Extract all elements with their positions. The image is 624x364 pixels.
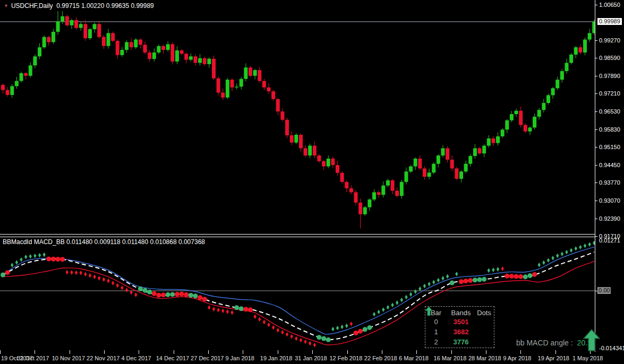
date-tick <box>312 352 313 354</box>
date-axis-label: 27 Dec 2017 <box>191 355 224 361</box>
date-axis-label: 9 Apr 2018 <box>503 355 531 361</box>
candle <box>97 21 101 39</box>
candle <box>125 40 129 53</box>
up-diamond-icon <box>405 295 407 300</box>
candle <box>391 179 395 194</box>
date-axis-label: 1 May 2018 <box>572 355 603 361</box>
candle <box>473 144 477 159</box>
red-signal-dot <box>248 307 253 312</box>
candle <box>574 46 578 58</box>
symbol-dropdown-icon[interactable]: ▼ <box>4 3 8 8</box>
down-diamond-icon <box>221 308 224 313</box>
red-signal-dot <box>464 279 468 283</box>
candle <box>258 67 261 83</box>
green-signal-dot <box>473 278 477 282</box>
date-tick <box>486 352 486 354</box>
panel-row: 13682 <box>425 327 494 337</box>
axis-tick <box>595 111 597 112</box>
up-diamond-icon <box>497 267 499 272</box>
down-diamond-icon <box>80 271 82 275</box>
candle <box>304 145 307 158</box>
up-diamond-icon <box>345 324 348 328</box>
down-diamond-icon <box>267 323 270 327</box>
candle <box>519 107 523 128</box>
candle <box>116 40 119 59</box>
red-signal-dot <box>152 291 157 296</box>
candle <box>161 45 165 54</box>
price-chart-pane[interactable]: ▼USDCHF,Daily 0.99715 1.00220 0.99635 0.… <box>0 0 595 235</box>
candle <box>47 36 50 46</box>
candle <box>322 160 326 170</box>
macd-dashed-line <box>3 252 594 340</box>
date-tick <box>520 352 521 354</box>
green-signal-dot <box>143 288 148 293</box>
candle <box>478 146 482 155</box>
up-diamond-icon <box>579 245 582 249</box>
date-axis-label: 31 Oct 2017 <box>17 355 49 361</box>
up-diamond-icon <box>551 256 554 261</box>
candle <box>221 89 225 100</box>
green-signal-dot <box>239 306 244 311</box>
down-diamond-icon <box>286 332 288 337</box>
candle <box>6 87 10 97</box>
candle <box>74 17 78 30</box>
price-axis[interactable]: 1.006500.992700.985900.978900.972100.965… <box>595 0 624 352</box>
indicator-zero-label: 0.00 <box>597 287 611 294</box>
axis-tick <box>595 147 597 148</box>
axis-tick <box>595 5 597 5</box>
date-tick <box>590 352 591 354</box>
panel-bar-index: 2 <box>425 338 447 346</box>
down-diamond-icon <box>93 274 96 279</box>
candle <box>515 109 518 117</box>
candle <box>198 54 202 65</box>
date-tick <box>70 352 70 354</box>
up-diamond-icon <box>409 292 412 297</box>
up-diamond-icon <box>414 289 417 294</box>
down-diamond-icon <box>84 272 87 276</box>
candle <box>79 22 83 31</box>
red-signal-dot <box>509 274 514 279</box>
mt4-chart-window: ▼USDCHF,Daily 0.99715 1.00220 0.99635 0.… <box>0 0 624 364</box>
price-axis-label: 0.93070 <box>599 197 620 204</box>
candle <box>193 54 197 65</box>
red-signal-dot <box>198 295 202 300</box>
up-diamond-icon <box>340 325 343 330</box>
macd-bb-chart <box>0 237 595 352</box>
candle <box>432 162 435 174</box>
up-diamond-icon <box>382 307 384 312</box>
red-signal-dot <box>358 329 363 334</box>
axis-tick <box>595 76 597 76</box>
red-signal-dot <box>202 297 207 301</box>
red-signal-dot <box>46 256 51 261</box>
candle <box>487 135 491 148</box>
candle <box>65 15 69 27</box>
panel-bands-value: 3501 <box>447 318 475 326</box>
red-signal-dot <box>179 292 184 297</box>
candle <box>175 46 179 64</box>
down-diamond-icon <box>253 314 256 319</box>
candle <box>363 206 367 216</box>
candle <box>395 188 399 198</box>
candle <box>555 76 559 90</box>
candle <box>244 63 247 81</box>
date-axis-label: 19 Apr 2018 <box>538 355 569 361</box>
up-diamond-icon <box>441 276 444 281</box>
candle <box>130 38 133 50</box>
red-signal-dot <box>5 270 10 275</box>
down-diamond-icon <box>75 270 78 275</box>
date-axis[interactable]: 19 Oct 201731 Oct 201710 Nov 201722 Nov … <box>0 352 624 364</box>
indicator-pane[interactable]: BBMacdId MACD_BB 0.011480 0.009118 0.011… <box>0 237 595 352</box>
down-diamond-icon <box>98 276 100 281</box>
down-diamond-icon <box>295 336 297 341</box>
date-tick <box>555 352 556 354</box>
candle <box>418 155 422 170</box>
candle <box>93 23 97 33</box>
candle <box>102 35 106 49</box>
date-tick <box>416 352 417 354</box>
ohlc-values: 0.99715 1.00220 0.99635 0.99989 <box>56 2 154 10</box>
down-diamond-icon <box>116 283 119 288</box>
down-diamond-icon <box>102 277 105 282</box>
date-tick <box>139 352 139 354</box>
candle <box>15 77 19 89</box>
green-signal-dot <box>1 272 5 277</box>
